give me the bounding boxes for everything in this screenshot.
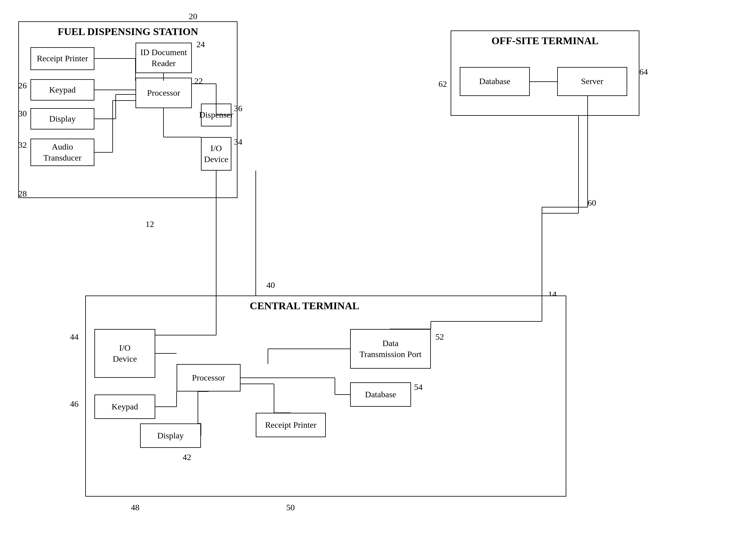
receipt-printer-central: Receipt Printer bbox=[256, 413, 326, 437]
num-24: 24 bbox=[196, 40, 205, 49]
num-32: 32 bbox=[18, 140, 27, 150]
central-terminal-title: CENTRAL TERMINAL bbox=[213, 300, 396, 312]
id-document-reader: ID Document Reader bbox=[135, 43, 192, 73]
num-54: 54 bbox=[414, 382, 423, 392]
num-64: 64 bbox=[639, 67, 648, 77]
fuel-station-title: FUEL DISPENSING STATION bbox=[43, 26, 213, 37]
io-device-central: I/O Device bbox=[94, 329, 155, 378]
num-20: 20 bbox=[189, 12, 197, 21]
num-60: 60 bbox=[588, 198, 596, 208]
receipt-printer-fuel: Receipt Printer bbox=[30, 47, 94, 70]
database-offsite: Database bbox=[460, 67, 530, 96]
num-48: 48 bbox=[131, 503, 139, 512]
num-34: 34 bbox=[234, 137, 242, 147]
num-62: 62 bbox=[438, 79, 447, 89]
data-transmission-port: Data Transmission Port bbox=[350, 329, 431, 369]
num-26: 26 bbox=[18, 81, 27, 90]
num-36: 36 bbox=[234, 104, 242, 113]
dispenser: Dispenser bbox=[201, 104, 231, 126]
server-offsite: Server bbox=[557, 67, 627, 96]
num-52: 52 bbox=[435, 332, 444, 342]
num-46: 46 bbox=[70, 399, 79, 409]
num-50: 50 bbox=[286, 503, 295, 512]
io-device-fuel: I/O Device bbox=[201, 137, 231, 171]
num-28: 28 bbox=[18, 189, 27, 199]
keypad-central: Keypad bbox=[94, 395, 155, 419]
display-central: Display bbox=[140, 424, 201, 448]
processor-central: Processor bbox=[177, 364, 241, 392]
central-terminal-box bbox=[85, 296, 566, 497]
num-40: 40 bbox=[266, 280, 275, 290]
num-22: 22 bbox=[194, 76, 203, 86]
processor-fuel: Processor bbox=[135, 78, 192, 108]
num-44: 44 bbox=[70, 332, 79, 342]
database-central: Database bbox=[350, 382, 411, 407]
display-fuel: Display bbox=[30, 108, 94, 129]
audio-transducer: Audio Transducer bbox=[30, 139, 94, 166]
off-site-title: OFF-SITE TERMINAL bbox=[460, 35, 630, 47]
keypad-fuel: Keypad bbox=[30, 79, 94, 100]
num-30: 30 bbox=[18, 109, 27, 118]
num-12: 12 bbox=[146, 219, 154, 229]
num-42: 42 bbox=[183, 452, 191, 462]
